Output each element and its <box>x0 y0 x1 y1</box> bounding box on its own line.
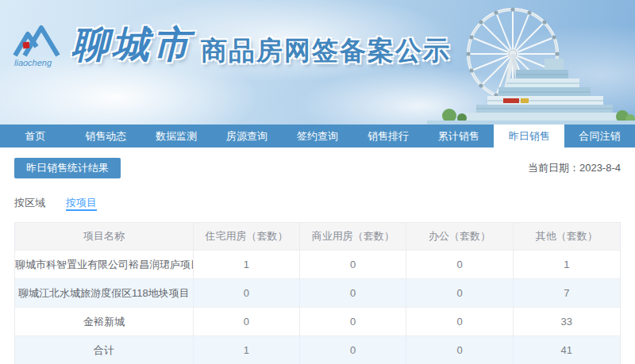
nav-item-5[interactable]: 签约查询 <box>283 125 353 148</box>
column-header: 住宅用房（套数） <box>194 223 300 250</box>
sales-table: 项目名称住宅用房（套数）商业用房（套数）办公（套数）其他（套数） 聊城市科智置业… <box>14 222 621 364</box>
count-cell: 0 <box>300 336 406 364</box>
count-cell: 0 <box>300 251 406 278</box>
column-header: 项目名称 <box>15 223 194 250</box>
nav-item-7[interactable]: 累计销售 <box>423 125 494 148</box>
nav-item-6[interactable]: 销售排行 <box>352 125 423 148</box>
main-nav: 首页销售动态数据监测房源查询签约查询销售排行累计销售昨日销售合同注销 <box>0 125 635 148</box>
project-name-cell: 金裕新城 <box>15 308 194 335</box>
count-cell: 1 <box>514 251 620 278</box>
count-cell: 0 <box>406 336 513 364</box>
nav-item-9[interactable]: 合同注销 <box>564 125 635 148</box>
column-header: 商业用房（套数） <box>300 223 406 250</box>
count-cell: 0 <box>406 308 513 335</box>
count-cell: 0 <box>194 279 300 307</box>
current-date: 当前日期：2023-8-4 <box>528 161 621 175</box>
nav-item-8[interactable]: 昨日销售 <box>494 125 564 148</box>
count-cell: 1 <box>194 336 300 364</box>
count-cell: 1 <box>194 251 300 278</box>
ferris-wheel-illustration <box>427 0 635 125</box>
count-cell: 0 <box>300 308 406 335</box>
table-row: 聊城江北水城旅游度假区118地块项目0007 <box>15 279 620 308</box>
site-subtitle: 商品房网签备案公示 <box>201 27 451 75</box>
site-logo[interactable]: liaocheng 聊城市 商品房网签备案公示 <box>13 21 451 75</box>
table-header-row: 项目名称住宅用房（套数）商业用房（套数）办公（套数）其他（套数） <box>15 223 620 251</box>
column-header: 其他（套数） <box>514 223 620 250</box>
count-cell: 0 <box>406 251 513 278</box>
site-banner: liaocheng 聊城市 商品房网签备案公示 <box>0 0 635 125</box>
tab-2[interactable]: 按项目 <box>66 196 97 211</box>
nav-item-4[interactable]: 房源查询 <box>212 125 283 148</box>
view-tabs: 按区域按项目 <box>14 196 621 211</box>
count-cell: 0 <box>300 279 406 307</box>
count-cell: 41 <box>514 336 620 364</box>
tab-1[interactable]: 按区域 <box>14 196 45 211</box>
table-row: 金裕新城00033 <box>15 308 620 336</box>
count-cell: 33 <box>514 308 620 335</box>
logo-mountain-icon: liaocheng <box>13 21 64 70</box>
project-name-cell: 合计 <box>15 336 194 364</box>
table-row: 聊城市科智置业有限公司裕昌润珺庐项目1001 <box>15 251 620 279</box>
logo-script-text: liaocheng <box>14 58 52 67</box>
nav-item-1[interactable]: 首页 <box>0 125 71 148</box>
count-cell: 0 <box>406 279 513 307</box>
column-header: 办公（套数） <box>406 223 513 250</box>
project-name-cell: 聊城市科智置业有限公司裕昌润珺庐项目 <box>15 251 194 278</box>
table-body: 聊城市科智置业有限公司裕昌润珺庐项目1001聊城江北水城旅游度假区118地块项目… <box>15 251 620 364</box>
table-row: 合计10041 <box>15 336 620 364</box>
count-cell: 7 <box>514 279 620 307</box>
count-cell: 0 <box>194 308 300 335</box>
nav-item-3[interactable]: 数据监测 <box>141 125 212 148</box>
nav-item-2[interactable]: 销售动态 <box>71 125 141 148</box>
project-name-cell: 聊城江北水城旅游度假区118地块项目 <box>15 279 194 307</box>
site-name: 聊城市 <box>71 21 193 68</box>
page-title: 昨日销售统计结果 <box>14 158 121 178</box>
